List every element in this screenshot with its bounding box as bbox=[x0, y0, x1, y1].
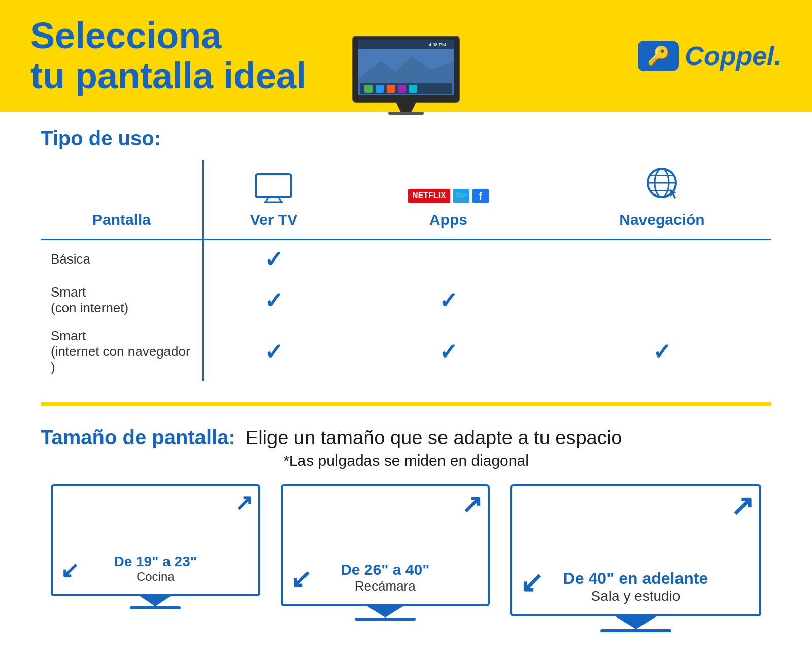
tv-cards-container: ↗ ↙ De 19" a 23" Cocina ↗ ↙ De 26" a 40" bbox=[41, 484, 771, 650]
row-2-nav bbox=[553, 278, 771, 322]
col-header-vertv: Ver TV bbox=[203, 160, 344, 240]
apps-header: NETFLIX 🐦 f Apps bbox=[354, 189, 543, 229]
row-2-apps: ✓ bbox=[344, 278, 553, 322]
tv-card-large: ↗ ↙ De 40" en adelante Sala y estudio bbox=[510, 484, 761, 632]
row-3-nav: ✓ bbox=[553, 322, 771, 381]
svg-rect-13 bbox=[256, 174, 291, 197]
expand-arrow-icon: ↗ bbox=[234, 492, 253, 514]
row-1-apps bbox=[344, 240, 553, 279]
twitter-icon: 🐦 bbox=[453, 189, 469, 203]
svg-rect-12 bbox=[388, 112, 424, 115]
table-row: Smart(internet con navegador ) ✓ ✓ ✓ bbox=[41, 322, 771, 381]
tv-stand-small bbox=[51, 596, 260, 609]
tv-stand-large bbox=[510, 616, 761, 632]
tamano-note: *Las pulgadas se miden en diagonal bbox=[41, 452, 771, 469]
coppel-key-icon: 🔑 bbox=[638, 41, 679, 71]
collapse-arrow-icon: ↙ bbox=[520, 568, 544, 597]
row-1-vertv: ✓ bbox=[203, 240, 344, 279]
coppel-brand-name: Coppel. bbox=[685, 41, 782, 71]
tv-card-medium: ↗ ↙ De 26" a 40" Recámara bbox=[281, 484, 490, 632]
facebook-icon: f bbox=[472, 189, 489, 203]
card-1-text: De 19" a 23" Cocina bbox=[114, 554, 197, 584]
col-header-pantalla: Pantalla bbox=[41, 160, 203, 240]
app-icons-group: NETFLIX 🐦 f bbox=[408, 189, 489, 203]
row-3-name: Smart(internet con navegador ) bbox=[41, 322, 203, 381]
coppel-logo: 🔑 Coppel. bbox=[638, 41, 782, 71]
svg-rect-6 bbox=[364, 85, 373, 93]
comparison-table: Pantalla Ver TV bbox=[41, 160, 771, 381]
svg-rect-9 bbox=[398, 85, 406, 93]
svg-rect-7 bbox=[376, 85, 384, 93]
tipo-uso-label: Tipo de uso: bbox=[41, 127, 771, 150]
card-3-room: Sala y estudio bbox=[563, 588, 708, 604]
col-header-navegacion: Navegación bbox=[553, 160, 771, 240]
collapse-arrow-icon: ↙ bbox=[60, 559, 79, 581]
table-row: Básica ✓ bbox=[41, 240, 771, 279]
yellow-divider bbox=[41, 402, 771, 406]
ver-tv-header: Ver TV bbox=[214, 173, 334, 229]
navegacion-header: Navegación bbox=[563, 165, 761, 229]
svg-rect-8 bbox=[387, 85, 395, 93]
card-2-size: De 26" a 40" bbox=[341, 561, 429, 578]
table-row: Smart(con internet) ✓ ✓ bbox=[41, 278, 771, 322]
row-1-nav bbox=[553, 240, 771, 279]
card-2-room: Recámara bbox=[341, 578, 429, 594]
tamano-label: Tamaño de pantalla: bbox=[41, 426, 235, 449]
collapse-arrow-icon: ↙ bbox=[290, 566, 312, 592]
tv-illustration: 4:08 PM bbox=[350, 34, 462, 117]
tv-stand-medium bbox=[281, 606, 490, 621]
netflix-icon: NETFLIX bbox=[408, 189, 450, 203]
card-1-size: De 19" a 23" bbox=[114, 554, 197, 570]
tv-card-small: ↗ ↙ De 19" a 23" Cocina bbox=[51, 484, 260, 632]
row-1-name: Básica bbox=[41, 240, 203, 279]
expand-arrow-icon: ↗ bbox=[461, 492, 483, 517]
expand-arrow-icon: ↗ bbox=[730, 492, 754, 520]
card-2-text: De 26" a 40" Recámara bbox=[341, 561, 429, 594]
tv-screen-icon bbox=[253, 173, 294, 207]
card-1-room: Cocina bbox=[114, 570, 197, 584]
tamano-section: Tamaño de pantalla: Elige un tamaño que … bbox=[0, 426, 812, 650]
row-2-name: Smart(con internet) bbox=[41, 278, 203, 322]
tamano-title-row: Tamaño de pantalla: Elige un tamaño que … bbox=[41, 426, 771, 449]
header-title: Selecciona tu pantalla ideal bbox=[30, 16, 307, 96]
col-header-apps: NETFLIX 🐦 f Apps bbox=[344, 160, 553, 240]
globe-icon bbox=[644, 165, 680, 207]
row-3-apps: ✓ bbox=[344, 322, 553, 381]
main-content: Tipo de uso: Pantalla bbox=[0, 112, 812, 381]
svg-marker-11 bbox=[396, 102, 416, 112]
tamano-description: Elige un tamaño que se adapte a tu espac… bbox=[246, 427, 622, 449]
row-3-vertv: ✓ bbox=[203, 322, 344, 381]
svg-rect-10 bbox=[409, 85, 417, 93]
card-3-text: De 40" en adelante Sala y estudio bbox=[563, 569, 708, 604]
row-2-vertv: ✓ bbox=[203, 278, 344, 322]
svg-text:4:08 PM: 4:08 PM bbox=[429, 42, 446, 47]
header: Selecciona tu pantalla ideal 4:08 PM bbox=[0, 0, 812, 112]
card-3-size: De 40" en adelante bbox=[563, 569, 708, 588]
